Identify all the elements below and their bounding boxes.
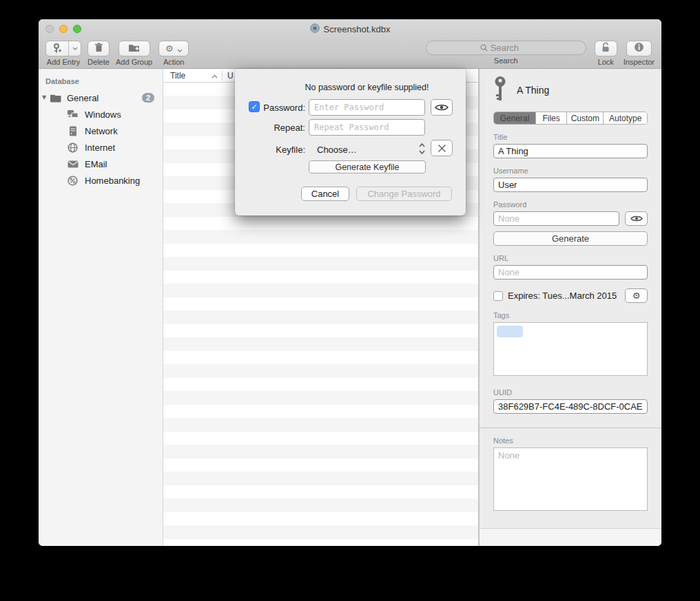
eye-icon xyxy=(630,215,643,222)
inspector-panel: A Thing General Files Custom Autotype Ti… xyxy=(479,69,661,546)
key-plus-icon xyxy=(46,41,69,56)
action-label: Action xyxy=(163,58,185,66)
column-header-username[interactable]: U xyxy=(223,71,234,81)
divider xyxy=(480,428,661,428)
percent-icon xyxy=(67,176,79,186)
inspector-button[interactable] xyxy=(626,41,652,56)
lock-label: Lock xyxy=(598,58,614,66)
password-label: Password: xyxy=(260,103,305,113)
zoom-button[interactable] xyxy=(73,25,81,33)
gear-icon: ⚙ xyxy=(165,44,174,53)
repeat-input[interactable] xyxy=(309,119,425,136)
sidebar-item-general[interactable]: ▼ General 2 xyxy=(39,89,163,106)
trash-icon xyxy=(94,43,103,55)
delete-button[interactable] xyxy=(88,41,110,56)
reveal-password-button[interactable] xyxy=(431,99,453,116)
sidebar-section-header: Database xyxy=(39,77,163,85)
reveal-password-button[interactable] xyxy=(625,211,648,226)
sidebar-item-label: Internet xyxy=(85,143,115,153)
search-input[interactable] xyxy=(491,43,532,53)
add-group-button[interactable] xyxy=(119,41,150,56)
notes-field[interactable] xyxy=(493,447,648,511)
close-x-icon xyxy=(438,144,446,153)
folder-icon xyxy=(50,94,61,103)
tab-custom[interactable]: Custom xyxy=(567,112,604,124)
sidebar-item-label: Windows xyxy=(85,109,121,120)
lock-button[interactable] xyxy=(595,41,617,56)
tag-chip[interactable] xyxy=(497,326,523,337)
traffic-lights xyxy=(45,25,81,33)
sidebar-item-email[interactable]: EMail xyxy=(39,156,163,172)
expires-checkbox[interactable] xyxy=(493,291,503,301)
toolbar: Add Entry Delete Add Group ⚙ xyxy=(39,39,661,69)
url-field[interactable] xyxy=(493,265,648,280)
password-field-label: Password xyxy=(493,200,648,209)
app-window: Screenshot.kdbx Add Entry Delete xyxy=(39,19,661,546)
title-field-label: Title xyxy=(493,133,648,141)
envelope-icon xyxy=(67,160,79,168)
inspector-footer xyxy=(480,528,661,546)
keyfile-popup[interactable]: Choose… xyxy=(317,145,357,155)
action-button[interactable]: ⚙ xyxy=(158,41,189,56)
tab-autotype[interactable]: Autotype xyxy=(604,112,647,124)
close-button[interactable] xyxy=(45,25,54,33)
gear-icon: ⚙ xyxy=(632,291,641,300)
chevron-down-icon[interactable] xyxy=(69,41,81,56)
cancel-button[interactable]: Cancel xyxy=(301,187,349,201)
sidebar-item-label: General xyxy=(67,93,99,103)
document-proxy-icon xyxy=(310,23,320,35)
generate-keyfile-button[interactable]: Generate Keyfile xyxy=(309,160,426,173)
eye-icon xyxy=(435,103,449,112)
column-header-title[interactable]: Title xyxy=(163,71,222,81)
sort-ascending-icon xyxy=(212,71,218,81)
search-icon xyxy=(480,42,488,54)
search-field[interactable] xyxy=(426,41,586,55)
inspector-label: Inspector xyxy=(624,58,655,66)
password-input[interactable] xyxy=(309,99,425,116)
sidebar: Database ▼ General 2 Windows Network xyxy=(39,69,163,546)
password-field[interactable] xyxy=(493,211,619,226)
delete-label: Delete xyxy=(88,58,110,66)
folder-plus-icon xyxy=(128,43,140,55)
column-title-label: Title xyxy=(170,71,185,81)
sidebar-item-label: Network xyxy=(85,126,118,136)
repeat-label: Repeat: xyxy=(260,123,305,133)
sidebar-item-internet[interactable]: Internet xyxy=(39,139,163,156)
disclosure-triangle-icon[interactable]: ▼ xyxy=(39,95,50,101)
add-entry-label: Add Entry xyxy=(47,58,80,66)
tab-files[interactable]: Files xyxy=(536,112,567,124)
dialog-message: No password or keyfile supplied! xyxy=(268,83,466,92)
change-password-button[interactable]: Change Password xyxy=(356,187,452,201)
add-group-label: Add Group xyxy=(116,58,152,66)
search-label: Search xyxy=(494,56,518,65)
entry-title: A Thing xyxy=(517,85,549,96)
tab-general[interactable]: General xyxy=(494,112,536,124)
stepper-icon[interactable] xyxy=(418,143,426,157)
key-icon xyxy=(493,76,507,105)
sidebar-item-label: EMail xyxy=(85,159,107,169)
uuid-label: UUID xyxy=(493,388,648,397)
minimize-button[interactable] xyxy=(59,25,68,33)
expires-options-button[interactable]: ⚙ xyxy=(625,288,648,303)
sidebar-item-windows[interactable]: Windows xyxy=(39,106,163,123)
sidebar-item-network[interactable]: Network xyxy=(39,123,163,139)
windows-network-icon xyxy=(67,109,79,119)
expires-label: Expires: Tues...March 2015 xyxy=(508,291,617,301)
username-field[interactable] xyxy=(493,178,648,192)
entry-count-badge: 2 xyxy=(142,93,154,103)
generate-password-button[interactable]: Generate xyxy=(493,231,648,246)
sidebar-item-homebanking[interactable]: Homebanking xyxy=(39,172,163,189)
url-field-label: URL xyxy=(493,254,648,262)
add-entry-button[interactable] xyxy=(45,41,81,56)
info-icon xyxy=(634,42,644,55)
clear-keyfile-button[interactable] xyxy=(431,140,453,156)
uuid-field[interactable] xyxy=(493,399,648,414)
password-checkbox[interactable]: ✓ xyxy=(249,101,260,112)
sidebar-item-label: Homebanking xyxy=(85,176,140,186)
window-title: Screenshot.kdbx xyxy=(324,24,391,34)
keyfile-label: Keyfile: xyxy=(260,145,305,155)
chevron-down-icon xyxy=(177,43,183,55)
globe-icon xyxy=(67,143,79,153)
tags-field[interactable] xyxy=(493,322,648,376)
title-field[interactable] xyxy=(493,144,648,158)
